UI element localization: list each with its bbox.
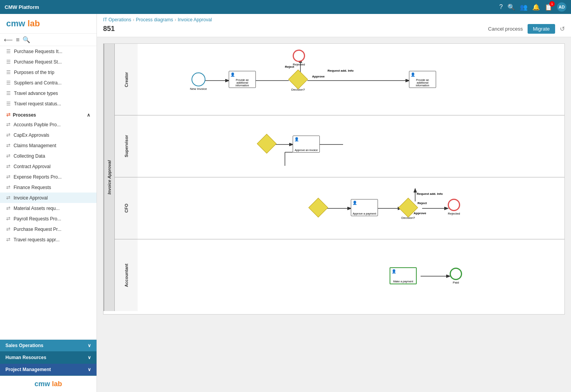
- list-icon: ☰: [6, 101, 11, 107]
- node-rejected-1: Rejected: [293, 50, 305, 66]
- sidebar-item-travel-request[interactable]: ☰ Travel request status...: [0, 98, 97, 109]
- request-add-info-1-label: Request add. Info: [328, 69, 354, 72]
- sidebar-toolbar: ⟵ ≡ 🔍: [0, 34, 97, 46]
- reject-label-2: Reject: [417, 201, 427, 205]
- node-supervisor-diamond: [260, 137, 274, 151]
- cancel-process-button[interactable]: Cancel process: [488, 26, 523, 32]
- process-icon: ⇄: [6, 174, 10, 180]
- sidebar-item-contract-approval[interactable]: ⇄ Contract Approval: [0, 161, 97, 172]
- sidebar-item-suppliers[interactable]: ☰ Suppliers and Contra...: [0, 77, 97, 88]
- sidebar-footer-groups: Sales Operations ∨ Human Resources ∨ Pro…: [0, 339, 97, 376]
- node-new-invoice: New Invoice: [190, 72, 207, 91]
- diagram-container: Invoice Approval Creator: [97, 37, 571, 392]
- lane-creator-content: New Invoice 👤 Provide an additional info…: [138, 44, 564, 115]
- sidebar-bottom-logo: cmw lab: [0, 376, 97, 392]
- list-view-button[interactable]: ≡: [16, 36, 19, 43]
- process-icon: ⇄: [6, 132, 10, 138]
- lane-supervisor-label: Supervisor: [114, 115, 138, 177]
- process-icon: ⇄: [6, 216, 10, 222]
- diagram-title-label: Invoice Approval: [104, 44, 114, 311]
- help-icon[interactable]: ?: [499, 3, 503, 10]
- processes-section-header[interactable]: ⇄ Processes ∧: [0, 109, 97, 119]
- list-icon: ☰: [6, 48, 11, 54]
- content-title-bar: 851 Cancel process Migrate ↺: [103, 24, 565, 34]
- logo-lab: lab: [28, 19, 40, 28]
- sidebar-item-collecting-data[interactable]: ⇄ Collecting Data: [0, 151, 97, 161]
- lane-accountant-content: 👤 Make a payment Paid: [138, 239, 564, 311]
- page-title: 851: [103, 25, 115, 33]
- node-decision-2: Decision?: [401, 201, 415, 220]
- supervisor-connectors: [138, 115, 564, 177]
- node-rejected-2: Rejected: [448, 199, 460, 215]
- sidebar-item-purposes-trip[interactable]: ☰ Purposes of the trip: [0, 67, 97, 77]
- top-navigation: CMW Platform ? 🔍 👥 🔔 📋 1 AD: [0, 0, 571, 14]
- list-icon: ☰: [6, 69, 11, 75]
- sidebar-item-purchase-requests-it[interactable]: ☰ Purchase Requests It...: [0, 46, 97, 57]
- breadcrumb-invoice-approval: Invoice Approval: [178, 17, 212, 22]
- list-icon: ☰: [6, 59, 11, 65]
- process-icon: ⇄: [6, 153, 10, 159]
- node-approve-invoice: 👤 Approve an invoice: [293, 136, 320, 153]
- chevron-down-icon: ∨: [88, 355, 91, 360]
- user-icon: 👤: [392, 269, 396, 273]
- search-icon[interactable]: 🔍: [507, 3, 515, 11]
- reject-label-1: Reject: [285, 65, 294, 69]
- sidebar-item-claims[interactable]: ⇄ Claims Management: [0, 140, 97, 151]
- node-provide-info-2: 👤 Provide an additional information: [409, 71, 436, 88]
- undo-button[interactable]: ↺: [560, 25, 565, 33]
- process-icon: ⇄: [6, 143, 10, 148]
- user-icon: 👤: [294, 137, 299, 141]
- sidebar-item-expense-reports[interactable]: ⇄ Expense Reports Pro...: [0, 172, 97, 182]
- users-icon[interactable]: 👥: [520, 3, 528, 11]
- sidebar-item-invoice-approval[interactable]: ⇄ Invoice Approval: [0, 193, 97, 203]
- collapse-icon: ∧: [87, 112, 90, 118]
- list-icon: ☰: [6, 80, 11, 86]
- sidebar-item-purchase-request-pr[interactable]: ⇄ Purchase Request Pr...: [0, 224, 97, 234]
- group-project-management[interactable]: Project Management ∨: [0, 364, 97, 376]
- sidebar-items-list: ☰ Purchase Requests It... ☰ Purchase Req…: [0, 46, 97, 339]
- sidebar-item-travel-advance[interactable]: ☰ Travel advance types: [0, 88, 97, 98]
- approve-label-2: Approve: [414, 211, 426, 215]
- sidebar-item-capex[interactable]: ⇄ CapEx Approvals: [0, 130, 97, 140]
- process-icon: ⇄: [6, 205, 10, 211]
- notifications-icon[interactable]: 🔔: [532, 3, 540, 11]
- sidebar-item-accounts-payble[interactable]: ⇄ Accounts Payble Pro...: [0, 119, 97, 130]
- breadcrumb-it-operations[interactable]: IT Operations: [103, 17, 131, 22]
- swimlanes: Creator: [114, 44, 564, 311]
- migrate-button[interactable]: Migrate: [528, 24, 555, 34]
- diagram-wrapper: Invoice Approval Creator: [103, 43, 565, 315]
- user-icon: 👤: [230, 72, 235, 77]
- collapse-sidebar-button[interactable]: ⟵: [4, 36, 13, 43]
- user-icon: 👤: [411, 72, 415, 77]
- group-sales-operations[interactable]: Sales Operations ∨: [0, 340, 97, 352]
- sidebar-item-material-assets[interactable]: ⇄ Material Assets requ...: [0, 203, 97, 213]
- lane-cfo-label: CFO: [114, 177, 138, 239]
- breadcrumb-process-diagrams[interactable]: Process diagrams: [136, 17, 173, 22]
- process-section-icon: ⇄: [6, 112, 10, 118]
- sidebar-item-payroll[interactable]: ⇄ Payroll Requests Pro...: [0, 213, 97, 224]
- sidebar-item-purchase-request-st[interactable]: ☰ Purchase Request St...: [0, 57, 97, 67]
- content-actions: Cancel process Migrate ↺: [488, 24, 565, 34]
- flag-icon[interactable]: 📋 1: [545, 3, 552, 11]
- lane-accountant-label: Accountant: [114, 239, 138, 311]
- lane-cfo-content: 👤 Approve a payment Decision?: [138, 177, 564, 239]
- process-icon: ⇄: [6, 195, 10, 201]
- avatar[interactable]: AD: [557, 2, 566, 12]
- process-icon: ⇄: [6, 237, 10, 242]
- sidebar-item-travel-requests-appr[interactable]: ⇄ Travel requests appr...: [0, 234, 97, 245]
- process-icon: ⇄: [6, 184, 10, 190]
- lane-creator: Creator: [114, 44, 564, 115]
- logo-cmw: cmw: [6, 19, 25, 28]
- breadcrumb-sep-2: ›: [175, 17, 176, 22]
- approve-label-1: Approve: [312, 75, 324, 78]
- group-human-resources[interactable]: Human Resources ∨: [0, 352, 97, 364]
- lane-cfo: CFO: [114, 177, 564, 239]
- lane-supervisor: Supervisor: [114, 115, 564, 177]
- node-make-payment: 👤 Make a payment: [390, 267, 417, 284]
- main-layout: cmw lab ⟵ ≡ 🔍 ☰ Purchase Requests It... …: [0, 14, 571, 392]
- sidebar-search-button[interactable]: 🔍: [22, 36, 30, 43]
- sidebar-item-finance-requests[interactable]: ⇄ Finance Requests: [0, 182, 97, 193]
- node-decision-1: Decision?: [291, 72, 305, 91]
- node-approve-payment: 👤 Approve a payment: [351, 199, 378, 216]
- process-icon: ⇄: [6, 122, 10, 127]
